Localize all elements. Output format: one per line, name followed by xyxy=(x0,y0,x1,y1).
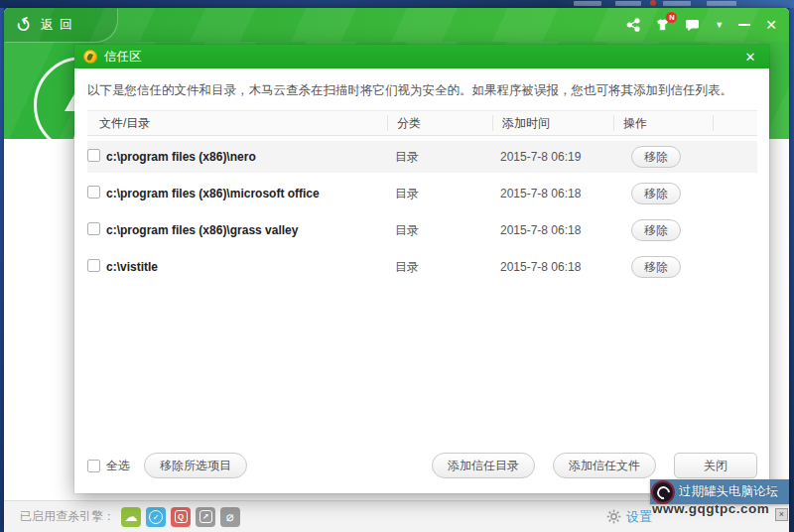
qex-engine-icon: Q xyxy=(171,507,191,527)
select-all-checkbox[interactable] xyxy=(87,460,100,472)
select-all[interactable]: 全选 xyxy=(87,458,130,474)
settings-label: 设置 xyxy=(626,508,652,526)
watermark-forum-name: 过期罐头电脑论坛 xyxy=(679,483,778,500)
qvm-engine-icon: ✓ xyxy=(146,507,166,527)
dialog-close-button[interactable]: ✕ xyxy=(740,50,760,65)
column-action: 操作 xyxy=(613,115,713,131)
table-row: c:\program files (x86)\microsoft office … xyxy=(87,178,757,209)
main-menu-icon[interactable]: ▼ xyxy=(715,20,724,30)
avira-engine-icon: ⌀ xyxy=(220,507,240,527)
table-body: c:\program files (x86)\nero 目录 2015-7-8 … xyxy=(74,141,769,283)
back-button[interactable]: ↺ 返回 xyxy=(4,8,117,42)
row-category: 目录 xyxy=(387,186,492,202)
table-row: c:\program files (x86)\nero 目录 2015-7-8 … xyxy=(87,141,757,173)
dialog-title: 信任区 xyxy=(104,49,142,66)
column-added-time: 添加时间 xyxy=(492,115,613,131)
watermark-logo-icon xyxy=(651,480,675,504)
remove-button[interactable]: 移除 xyxy=(631,219,681,241)
row-checkbox[interactable] xyxy=(87,222,100,235)
row-added: 2015-7-8 06:18 xyxy=(492,260,613,274)
minimize-button[interactable] xyxy=(738,24,750,26)
dialog-description: 以下是您信任的文件和目录，木马云查杀在扫描时将它们视为安全的。如果程序被误报，您… xyxy=(87,82,753,99)
row-path: c:\program files (x86)\microsoft office xyxy=(106,187,387,200)
add-trusted-file-button[interactable]: 添加信任文件 xyxy=(553,453,656,478)
dialog-titlebar: 信任区 ✕ xyxy=(74,45,769,68)
desktop-right-edge xyxy=(789,8,794,532)
row-path: c:\program files (x86)\grass valley xyxy=(106,223,387,237)
remove-selected-button[interactable]: 移除所选项目 xyxy=(144,453,247,478)
add-trusted-directory-button[interactable]: 添加信任目录 xyxy=(432,453,535,478)
row-added: 2015-7-8 06:18 xyxy=(492,223,613,237)
row-added: 2015-7-8 06:19 xyxy=(492,150,613,164)
column-file-directory: 文件/目录 xyxy=(99,115,387,131)
engine-icons: ☁✓Q↗⌀ xyxy=(121,507,240,527)
table-row: c:\program files (x86)\grass valley 目录 2… xyxy=(87,214,757,246)
column-category: 分类 xyxy=(387,115,492,131)
remove-button[interactable]: 移除 xyxy=(631,183,681,204)
feedback-icon[interactable] xyxy=(685,18,700,32)
skin-icon[interactable]: N xyxy=(655,18,670,32)
back-arrow-icon: ↺ xyxy=(13,13,35,37)
select-all-label: 全选 xyxy=(106,458,130,474)
watermark-url: www.gqgtpc.com xyxy=(652,501,791,516)
background-window-close-artifact: × xyxy=(775,508,788,521)
row-checkbox[interactable] xyxy=(87,259,100,272)
row-path: c:\vistitle xyxy=(106,260,387,274)
main-titlebar: ↺ 返回 N ▼ ✕ xyxy=(4,8,789,42)
row-category: 目录 xyxy=(387,259,492,276)
table-row: c:\vistitle 目录 2015-7-8 06:18 移除 xyxy=(87,251,757,283)
notification-badge: N xyxy=(666,12,677,23)
main-close-button[interactable]: ✕ xyxy=(765,17,777,33)
row-checkbox[interactable] xyxy=(87,186,100,199)
row-added: 2015-7-8 06:18 xyxy=(492,187,613,200)
engines-label: 已启用查杀引擎： xyxy=(20,508,115,525)
row-checkbox[interactable] xyxy=(87,149,100,162)
settings-button[interactable]: 设置 xyxy=(606,508,652,526)
row-path: c:\program files (x86)\nero xyxy=(106,150,387,164)
table-header: 文件/目录 分类 添加时间 操作 xyxy=(87,110,757,136)
back-label: 返回 xyxy=(41,16,78,34)
trust-zone-dialog: 信任区 ✕ 以下是您信任的文件和目录，木马云查杀在扫描时将它们视为安全的。如果程… xyxy=(74,45,769,493)
remove-button[interactable]: 移除 xyxy=(631,256,681,278)
share-icon[interactable] xyxy=(626,18,640,32)
screen: ↺ 返回 N ▼ ✕ xyxy=(0,0,794,532)
remove-button[interactable]: 移除 xyxy=(631,146,681,168)
dialog-footer: 全选 移除所选项目 添加信任目录 添加信任文件 关闭 xyxy=(87,452,757,479)
trust-zone-icon xyxy=(83,50,97,64)
repair-engine-icon: ↗ xyxy=(196,507,215,527)
desktop-background-strip xyxy=(0,0,794,8)
row-category: 目录 xyxy=(387,222,492,239)
close-dialog-button[interactable]: 关闭 xyxy=(674,453,757,478)
cloud-engine-icon: ☁ xyxy=(121,507,141,527)
titlebar-icons: N ▼ ✕ xyxy=(626,8,777,42)
row-category: 目录 xyxy=(387,149,492,166)
gear-icon xyxy=(606,509,621,524)
